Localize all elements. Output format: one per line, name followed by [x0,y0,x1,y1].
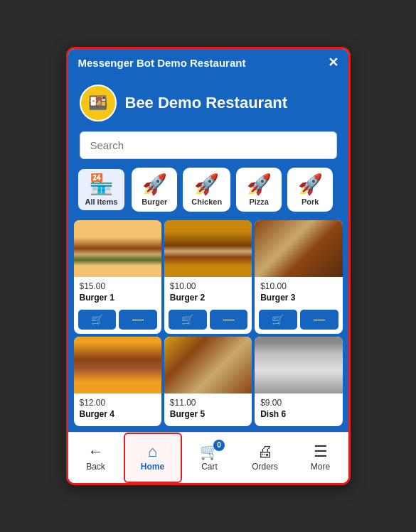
product-image [255,337,342,393]
category-all-items-icon: 🏪 [89,175,114,195]
category-pork-icon: 🚀 [298,175,323,195]
product-card: $10.00 Burger 2 🛒 — [164,220,252,334]
product-name: Burger 1 [80,293,156,303]
category-pizza[interactable]: 🚀 Pizza [236,168,282,212]
product-info: $15.00 Burger 1 [74,277,161,310]
product-info: $10.00 Burger 3 [255,277,342,310]
orders-icon: 🖨 [257,444,273,460]
nav-home[interactable]: ⌂ Home [124,433,182,483]
nav-home-label: Home [141,462,164,472]
nav-more-label: More [311,462,330,472]
nav-cart-label: Cart [201,462,218,472]
home-icon: ⌂ [148,444,157,460]
product-actions: 🛒 — [164,310,252,334]
product-card: $15.00 Burger 1 🛒 — [74,220,161,334]
category-burger-label: Burger [142,197,167,206]
product-price: $10.00 [260,281,336,291]
product-name: Dish 6 [260,409,336,419]
modal-body: 🍱 Bee Demo Restaurant 🏪 All items 🚀 Burg… [68,76,348,432]
nav-back-label: Back [86,462,105,472]
product-info: $10.00 Burger 2 [164,277,252,310]
category-chicken-label: Chicken [191,197,222,206]
product-image [164,337,252,393]
category-pizza-icon: 🚀 [247,175,272,195]
product-image [164,220,252,277]
restaurant-logo: 🍱 [80,85,117,121]
product-name: Burger 5 [170,409,246,419]
nav-more[interactable]: ☰ More [293,433,348,483]
product-price: $11.00 [170,398,246,408]
category-burger[interactable]: 🚀 Burger [132,168,177,212]
restaurant-header: 🍱 Bee Demo Restaurant [68,76,348,129]
add-to-cart-button[interactable]: 🛒 [78,310,117,330]
nav-orders[interactable]: 🖨 Orders [238,433,293,483]
product-image [74,220,161,277]
product-info: $12.00 Burger 4 [74,393,161,426]
product-card: $12.00 Burger 4 [74,337,161,426]
category-burger-icon: 🚀 [142,175,167,195]
product-actions: 🛒 — [74,310,161,334]
more-icon: ☰ [314,444,328,460]
back-icon: ← [88,444,104,460]
product-info: $11.00 Burger 5 [164,393,252,426]
remove-button[interactable]: — [300,310,338,330]
product-card: $10.00 Burger 3 🛒 — [255,220,342,334]
product-card: $9.00 Dish 6 [255,337,342,426]
nav-back[interactable]: ← Back [68,433,124,483]
product-grid: $15.00 Burger 1 🛒 — $10.00 Burger 2 [68,220,348,432]
add-to-cart-button[interactable]: 🛒 [259,310,297,330]
remove-button[interactable]: — [210,310,248,330]
bottom-nav: ← Back ⌂ Home 🛒 0 Cart 🖨 Orders ☰ Mo [68,432,348,483]
messenger-bot-modal: Messenger Bot Demo Restaurant ✕ 🍱 Bee De… [66,47,351,485]
category-all-items[interactable]: 🏪 All items [77,168,127,212]
product-info: $9.00 Dish 6 [255,393,342,426]
category-pizza-label: Pizza [249,197,269,206]
remove-button[interactable]: — [119,310,157,330]
category-chicken-icon: 🚀 [194,175,219,195]
modal-titlebar: Messenger Bot Demo Restaurant ✕ [68,49,348,76]
nav-cart[interactable]: 🛒 0 Cart [182,433,238,483]
cart-icon: 🛒 0 [200,444,219,460]
category-all-items-label: All items [85,197,118,206]
product-image [74,337,161,393]
product-name: Burger 2 [170,293,246,303]
product-actions: 🛒 — [255,310,342,334]
product-name: Burger 3 [260,293,336,303]
search-input[interactable] [80,131,337,159]
product-price: $15.00 [80,281,156,291]
nav-orders-label: Orders [252,462,278,472]
category-pork-label: Pork [302,197,319,206]
category-pork[interactable]: 🚀 Pork [287,168,333,212]
modal-title: Messenger Bot Demo Restaurant [78,57,246,69]
product-card: $11.00 Burger 5 [164,337,252,426]
product-name: Burger 4 [80,409,156,419]
cart-badge: 0 [213,440,225,451]
product-image [255,220,342,277]
category-chicken[interactable]: 🚀 Chicken [183,168,230,212]
product-price: $12.00 [80,398,156,408]
close-button[interactable]: ✕ [328,56,338,69]
product-price: $10.00 [170,281,246,291]
product-price: $9.00 [260,398,336,408]
categories-row: 🏪 All items 🚀 Burger 🚀 Chicken 🚀 Pizza 🚀 [68,168,348,220]
restaurant-name: Bee Demo Restaurant [125,94,288,112]
search-container [68,129,348,168]
add-to-cart-button[interactable]: 🛒 [169,310,207,330]
